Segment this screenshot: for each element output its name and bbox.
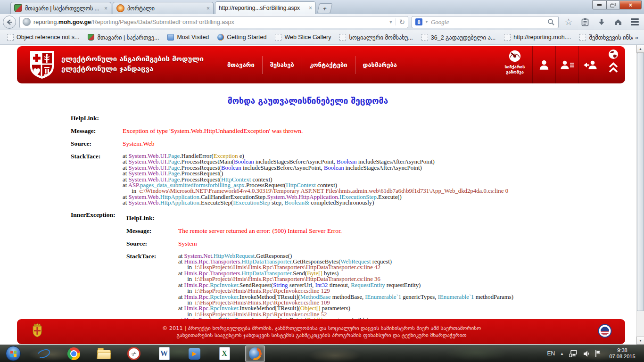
site-identity-globe-icon[interactable]: [23, 18, 31, 26]
search-input[interactable]: Google: [431, 18, 545, 26]
bookmark-item[interactable]: მთავარი | საქართვე...: [84, 33, 162, 42]
bookmark-item[interactable]: სოციალური მომსახუ...: [336, 33, 416, 42]
window-controls: ×: [593, 0, 642, 9]
bookmark-label: მთავარი | საქართვე...: [97, 34, 159, 41]
bookmark-item[interactable]: Web Slice Gallery: [272, 33, 334, 42]
tab-portal[interactable]: პორტალი ×: [113, 2, 214, 14]
page-viewport: ელექტრონული ანგარიშგების მოდული ელექტრონ…: [0, 45, 644, 345]
url-dropdown-icon[interactable]: ▼: [389, 20, 393, 25]
message-label: Message:: [71, 127, 123, 135]
taskbar-explorer-button[interactable]: [94, 346, 113, 362]
collapse-chevrons-icon[interactable]: [608, 62, 619, 74]
language-indicator[interactable]: EN: [547, 350, 555, 357]
menu-button[interactable]: [628, 16, 641, 28]
action-center-flag-icon[interactable]: [595, 350, 601, 357]
user-list-button[interactable]: [555, 46, 578, 83]
tab-title: პორტალი: [127, 5, 204, 12]
screen: მთავარი | საქართველოს ... × პორტალი × ht…: [0, 0, 644, 362]
show-hidden-icons-chevron[interactable]: ▲: [560, 352, 564, 356]
vertical-scrollbar[interactable]: ▲ ▼: [636, 45, 644, 345]
word-icon: W: [159, 347, 170, 360]
url-text[interactable]: reporting.moh.gov.ge/Reporting/Pages/Dat…: [33, 19, 386, 25]
georgia-coat-of-arms-icon: [29, 322, 45, 341]
bookmark-item[interactable]: შემთხვევის ინსპექტ...: [576, 33, 633, 42]
site-title-line1: ელექტრონული ანგარიშგების მოდული: [61, 54, 204, 64]
taskbar-wmp-button[interactable]: [185, 346, 204, 362]
nav-item-კონტაქტები[interactable]: კონტაქტები: [302, 56, 355, 74]
tab-close-icon[interactable]: ×: [206, 6, 210, 11]
language-globe-icon[interactable]: [608, 49, 619, 59]
taskbar-chrome-button[interactable]: [64, 346, 83, 362]
taskbar-excel-button[interactable]: X: [215, 346, 234, 362]
firefox-icon: [249, 347, 262, 360]
bookmark-label: Object reference not s...: [17, 34, 79, 41]
bookmark-label: 36_2 გადაუდებელი ა...: [431, 34, 495, 41]
home-button[interactable]: [611, 16, 625, 28]
bookmark-label: Most Visited: [177, 34, 209, 41]
bookmark-item[interactable]: 36_2 გადაუდებელი ა...: [418, 33, 499, 42]
downloads-button[interactable]: [595, 16, 608, 28]
dashed-icon: [579, 34, 586, 41]
taskbar-start-button[interactable]: [4, 346, 23, 362]
bookmarks-bar: Object reference not s...მთავარი | საქარ…: [0, 30, 644, 45]
search-engine-dropdown-icon[interactable]: ▼: [425, 20, 429, 24]
taskbar-firefox-button[interactable]: [245, 346, 265, 362]
google-engine-icon[interactable]: 8: [415, 18, 422, 25]
message-value: Exception of type 'System.Web.HttpUnhand…: [123, 127, 303, 135]
source-label: Source:: [71, 140, 123, 148]
search-bar[interactable]: 8 ▼ Google: [412, 16, 559, 28]
tab-reporting-active[interactable]: http://reporting...sForBilling.aspx ×: [215, 1, 316, 14]
url-bar[interactable]: reporting.moh.gov.ge/Reporting/Pages/Dat…: [19, 16, 408, 28]
firefox-icon: [217, 34, 224, 41]
bookmarks-panel-button[interactable]: [578, 16, 592, 28]
nav-item-მთავარი[interactable]: მთავარი: [220, 56, 262, 74]
dashed-icon: [339, 34, 346, 41]
new-tab-button[interactable]: +: [317, 3, 332, 13]
footer-text: © 2011 | პროექტი ხორციელდება შრომის, ჯან…: [45, 325, 598, 339]
search-magnifier-icon[interactable]: [547, 18, 555, 26]
inner-message-value: The remote server returned an error: (50…: [178, 227, 342, 235]
minimize-button[interactable]: [592, 0, 607, 9]
message-row: Message: Exception of type 'System.Web.H…: [71, 127, 635, 135]
nav-item-შესახებ[interactable]: შესახებ: [262, 56, 302, 74]
stacktrace-label: StackTace:: [71, 153, 123, 206]
logout-button[interactable]: [578, 46, 602, 83]
bookmark-item[interactable]: Getting Started: [214, 33, 270, 42]
shield-favicon-icon: [14, 4, 22, 12]
wmp-icon: [189, 348, 200, 360]
tab-close-icon[interactable]: ×: [104, 6, 107, 11]
scrollbar-thumb[interactable]: [637, 53, 644, 311]
reload-icon[interactable]: ↻: [396, 18, 405, 25]
restore-button[interactable]: [606, 0, 620, 9]
bookmarks-overflow-chevron[interactable]: »: [633, 34, 640, 41]
bookmark-label: სოციალური მომსახუ...: [349, 34, 413, 41]
bookmark-star-button[interactable]: ☆: [562, 16, 575, 28]
close-button[interactable]: ×: [619, 0, 642, 9]
network-icon[interactable]: [569, 350, 578, 357]
taskbar-clock[interactable]: 9:38 07.08.2015: [606, 347, 638, 360]
taskbar-ie-button[interactable]: [34, 346, 53, 362]
minimize-icon: [597, 4, 602, 6]
error-page-title: მოხდა გაუთვალისწინებელი შეცდომა: [0, 96, 616, 106]
inner-source-value: System: [178, 240, 197, 247]
taskbar-snipping-button[interactable]: [124, 346, 143, 362]
volume-icon[interactable]: [583, 350, 590, 357]
taskbar-word-button[interactable]: W: [155, 346, 173, 362]
site-title-line2: ელექტრონული ჯანდაცვა: [61, 64, 204, 74]
windows-taskbar: WX EN ▲ 9:38 07.08.2015: [0, 345, 644, 362]
tab-close-icon[interactable]: ×: [309, 5, 312, 11]
user-icon: [538, 59, 550, 71]
bookmark-item[interactable]: Object reference not s...: [4, 33, 83, 42]
back-button[interactable]: [3, 16, 16, 29]
bookmark-item[interactable]: http://reporting.moh....: [501, 33, 574, 42]
user-profile-button[interactable]: [532, 46, 555, 83]
bookmark-item[interactable]: Most Visited: [164, 33, 212, 42]
inner-source-row: Source: System: [126, 240, 513, 247]
scroll-up-arrow[interactable]: ▲: [636, 45, 644, 53]
nav-item-დახმარება[interactable]: დახმარება: [355, 56, 405, 74]
inner-message-label: Message:: [126, 227, 178, 235]
start-icon: [6, 346, 21, 361]
tab-mtavari[interactable]: მთავარი | საქართველოს ... ×: [10, 2, 111, 14]
scroll-down-arrow[interactable]: ▼: [636, 337, 644, 345]
speed-test-button[interactable]: სიჩქარის გაზომვა: [497, 46, 532, 83]
